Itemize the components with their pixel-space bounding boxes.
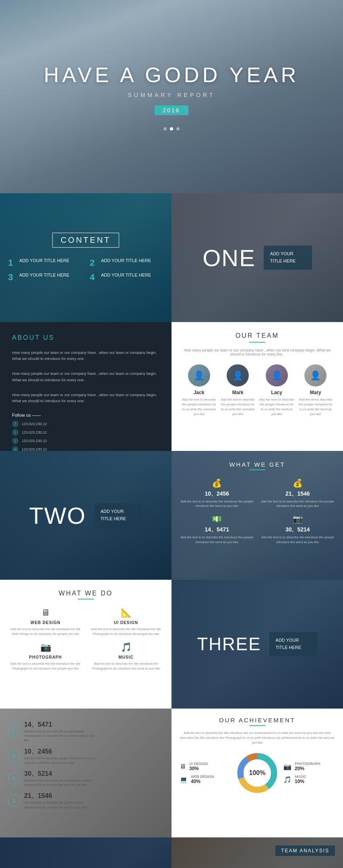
legend-music: 🎵 MUSIC 10%	[283, 775, 335, 784]
stat-desc-2: Add the text to to describe the introduc…	[260, 499, 335, 508]
stat-desc-1: Add the text to to describe the introduc…	[180, 499, 254, 508]
services-grid: 🖥 WEB DESIGN Add the text to describe th…	[8, 608, 163, 671]
avatar-jack: 👤	[188, 364, 210, 386]
stat-desc-3: Add the text to to describe the introduc…	[180, 535, 254, 544]
three-text: THREE	[197, 634, 261, 654]
member-name-mary: Mary	[310, 390, 321, 395]
hero-title: HAVE A GODD YEAR	[44, 63, 300, 87]
member-desc-jack: Add the text to describe the people intr…	[181, 397, 217, 417]
slide-four-teamanalysis: FOUR ADD YOUR TITLE HERE TEAM ANALYSIS S…	[0, 837, 343, 868]
member-desc-mary: Add the terms describe the people introd…	[298, 397, 334, 417]
legend-web-info: WEB DESIGN 40%	[191, 775, 214, 784]
three-section: THREE ADD YOUR TITLE HERE	[197, 632, 317, 656]
content-item-text-2: ADD YOUR TITLE HERE	[101, 258, 151, 264]
what-we-get-title: WHAT WE GET	[180, 461, 335, 468]
our-team-section: OUR TEAM How many people our team or our…	[172, 322, 343, 451]
stat-info-4: 21、1546 Add the text to describe the puz…	[24, 792, 97, 809]
contact-4: 123.023.230.12	[22, 447, 47, 451]
contact-2: 123.023.230.12	[22, 430, 47, 434]
stat-num-2: 21、1546	[285, 490, 310, 498]
dot-3	[176, 127, 180, 130]
service-web-design: 🖥 WEB DESIGN Add the text to describe th…	[8, 608, 83, 637]
service-name-music: MUSIC	[118, 655, 133, 659]
donut-chart: 100%	[235, 751, 279, 795]
achievement-right-legend: 📷 PHOTOGRAPH 20% 🎵 MUSIC 10%	[283, 762, 335, 784]
stat-circle-3: ¥	[8, 773, 20, 785]
stat-big-1: 14、5471	[24, 721, 97, 729]
avatar-mark: 👤	[227, 364, 249, 386]
follow-item-1: f 123.023.230.12	[12, 421, 159, 427]
content-item-1: 1 ADD YOUR TITLE HERE	[8, 258, 82, 268]
one-section: ONE ADD YOUR TITLE HERE	[202, 244, 312, 271]
service-desc-ui: Add the text to describe the We introduc…	[89, 627, 163, 637]
slide-two-whatweget: TWO ADD YOUR TITLE HERE WHAT WE GET 💰 10…	[0, 451, 343, 580]
two-section-container: TWO ADD YOUR TITLE HERE	[0, 451, 172, 580]
legend-photo-info: PHOTOGRAPH 20%	[295, 762, 320, 771]
legend-ui-icon: 🖥	[180, 763, 186, 770]
service-desc-photo: Add the text to describe the We introduc…	[8, 661, 83, 671]
web-design-icon: 🖥	[41, 608, 50, 618]
instagram-icon: i	[12, 438, 19, 444]
one-text: ONE	[202, 244, 256, 271]
about-para-1: How many people our team or our company …	[12, 349, 159, 362]
music-icon: 🎵	[121, 642, 132, 653]
two-text: TWO	[29, 502, 86, 529]
stat-info-3: 30、5214 Add the text to describe the Pho…	[24, 770, 97, 787]
stat-info-1: 14、5471 Add the text to describe the puz…	[24, 721, 97, 743]
content-item-text-1: ADD YOUR TITLE HERE	[19, 258, 69, 264]
content-num-3: 3	[8, 272, 17, 283]
year-badge: 2016	[155, 105, 188, 115]
member-name-jack: Jack	[194, 390, 205, 395]
what-we-do-section: WHAT WE DO 🖥 WEB DESIGN Add the text to …	[0, 580, 172, 709]
legend-music-pct: 10%	[295, 779, 306, 784]
team-members: 👤 Jack Add the text to describe the peop…	[180, 364, 335, 417]
service-desc-web: Add the text to describe the We introduc…	[8, 627, 83, 637]
slide-dots	[163, 127, 180, 130]
two-badge: ADD YOUR TITLE HERE	[94, 503, 143, 527]
stat-big-4: 21、1546	[24, 792, 97, 800]
stat-num-4: 30、5214	[285, 526, 310, 533]
team-subtitle: How many people our team or our company …	[180, 348, 335, 356]
stat-icon-1: 💰	[212, 478, 222, 488]
three-badge: ADD YOUR TITLE HERE	[269, 632, 318, 656]
member-lacy: 👤 Lacy Add the term to describe the peop…	[258, 364, 295, 417]
stats-section: £ 14、5471 Add the text to describe the p…	[0, 709, 172, 837]
photograph-icon: 📷	[40, 642, 51, 653]
four-section-container: FOUR ADD YOUR TITLE HERE	[0, 837, 172, 868]
stat-row-1: £ 14、5471 Add the text to describe the p…	[8, 721, 163, 743]
stats-grid: 💰 10、2456 Add the text to to describe th…	[180, 478, 335, 544]
stat-item-4: 📷 30、5214 Add the text to to describe th…	[260, 514, 335, 544]
stats-content: £ 14、5471 Add the text to describe the p…	[8, 717, 163, 810]
achievement-line	[249, 725, 265, 726]
contact-1: 123.023.230.12	[22, 422, 47, 426]
three-badge-text: ADD YOUR TITLE HERE	[276, 638, 302, 650]
weibo-icon: w	[12, 446, 19, 451]
service-photograph: 📷 PHOTOGRAPH Add the text to describe th…	[8, 642, 83, 671]
legend-music-icon: 🎵	[283, 776, 291, 783]
member-mark: 👤 Mark Add the text to describe the peop…	[220, 364, 256, 417]
content-section: CONTENT 1 ADD YOUR TITLE HERE 2 ADD YOUR…	[0, 193, 172, 322]
legend-photo-label: PHOTOGRAPH	[295, 762, 320, 766]
one-section-container: ONE ADD YOUR TITLE HERE	[172, 193, 343, 322]
follow-item-4: w 123.023.230.12	[12, 446, 159, 451]
member-desc-mark: Add the text to describe the people intr…	[220, 397, 256, 417]
member-desc-lacy: Add the term to describe the people intr…	[258, 397, 295, 417]
content-item-text-3: ADD YOUR TITLE HERE	[19, 272, 69, 278]
team-analysis-title: TEAM ANALYSIS	[275, 845, 335, 856]
legend-music-label: MUSIC	[295, 775, 306, 779]
legend-ui-pct: 30%	[189, 766, 208, 771]
achievement-content: 🖥 UI DESIGN 30% 💻 WEB DESIGN 40%	[180, 751, 335, 795]
what-we-do-title: WHAT WE DO	[8, 590, 163, 597]
member-name-lacy: Lacy	[271, 390, 282, 395]
legend-ui-label: UI DESIGN	[189, 762, 208, 766]
avatar-lacy: 👤	[266, 364, 288, 386]
legend-photograph: 📷 PHOTOGRAPH 20%	[283, 762, 335, 771]
member-jack: 👤 Jack Add the text to describe the peop…	[181, 364, 217, 417]
content-item-text-4: ADD YOUR TITLE HERE	[101, 272, 151, 278]
about-us-section: ABOUT US How many people our team or our…	[0, 322, 172, 451]
dot-2	[170, 127, 173, 130]
stat-row-3: ¥ 30、5214 Add the text to describe the P…	[8, 770, 163, 787]
stat-item-2: 💰 21、1546 Add the text to to describe th…	[260, 478, 335, 508]
legend-ui-info: UI DESIGN 30%	[189, 762, 208, 771]
stat-big-2: 10、2456	[24, 748, 97, 756]
